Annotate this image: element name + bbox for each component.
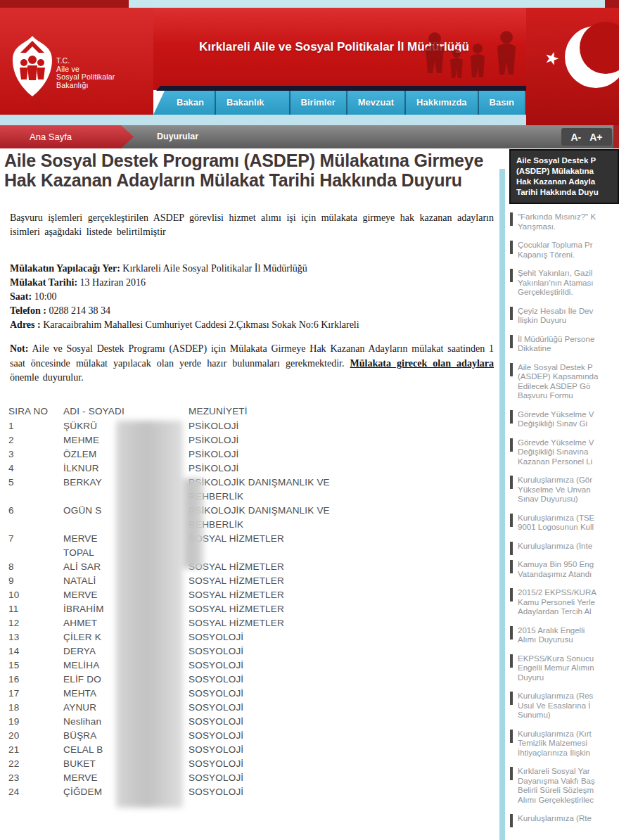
top-strip-right-accent (605, 0, 619, 8)
table-row: 16ELİF DOSOSYOLOJİ (8, 673, 501, 687)
sidebar-item[interactable]: Şehit Yakınları, Gazil Yakınları'nın Ata… (509, 265, 619, 303)
sidebar-item-current-announcement[interactable]: Aile Sosyal Destek P (ASDEP) Mülakatına … (509, 149, 619, 204)
table-row: 20BÜŞRASOSYOLOJİ (8, 729, 501, 743)
nav-item-birimler[interactable]: Birimler (291, 91, 347, 115)
detail-location: Mülakatın Yapılacağı Yer: Kırklareli Ail… (10, 262, 494, 276)
table-row: 2MEHMEPSİKOLOJİ (8, 433, 501, 447)
nav-item-basin[interactable]: Basın (479, 91, 526, 115)
pale-blue-strip (0, 115, 526, 125)
table-row: 11İBRAHİMSOSYAL HİZMETLER (8, 602, 501, 616)
sidebar-item[interactable]: Görevde Yükselme V Değişikliği Sınavına … (509, 434, 619, 472)
ministry-logo[interactable]: T.C. Aile ve Sosyal Politikalar Bakanlığ… (0, 8, 153, 115)
table-row: 9NATALİSOSYAL HİZMETLER (8, 574, 501, 588)
table-row: 5BERKAYPSİKOLOJİK DANIŞMANLIK VE REHBERL… (8, 476, 501, 504)
sidebar-item[interactable]: Kırklareli Sosyal Yar Dayanışma Vakfı Ba… (509, 763, 619, 810)
candidate-table: SIRA NO ADI - SOYADI MEZUNİYETİ 1ŞÜKRÜPS… (8, 404, 501, 799)
nav-item-bakan[interactable]: Bakan (166, 91, 216, 115)
table-row: 19NeslihanSOSYOLOJİ (8, 715, 501, 729)
sidebar-item[interactable]: Kuruluşlarımıza (Res Usul Ve Esaslarına … (509, 687, 619, 725)
article-intro: Başvuru işlemleri gerçekleştirilen ASDEP… (10, 211, 494, 239)
table-row: 6OGÜN SPSİKOLOJİK DANIŞMANLIK VE REHBERL… (8, 504, 501, 532)
font-decrease-button[interactable]: A- (570, 132, 581, 143)
star-icon: ★ (542, 46, 562, 70)
nav-item-hakkimizda[interactable]: Hakkımızda (406, 91, 479, 115)
content-sidebar-divider (499, 169, 505, 840)
table-row: 15MELİHASOSYOLOJİ (8, 658, 501, 673)
sidebar-item[interactable]: Kuruluşlarımıza (Rte (509, 810, 619, 829)
detail-date: Mülakat Tarihi: 13 Haziran 2016 (10, 276, 494, 290)
redaction-overlay (181, 478, 204, 568)
sidebar-item[interactable]: 2015/2 EKPSS/KURA Kamu Personeli Yerle A… (509, 584, 619, 622)
table-row: 22BUKETSOSYOLOJİ (8, 757, 501, 771)
table-row: 17MEHTASOSYOLOJİ (8, 687, 501, 701)
ministry-logo-icon (10, 34, 55, 98)
table-row: 8ALİ SARSOSYAL HİZMETLER (8, 560, 501, 574)
article-note: Not: Aile ve Sosyal Destek Programı (ASD… (10, 342, 494, 386)
table-row: 18AYNURSOSYOLOJİ (8, 701, 501, 715)
nav-item-mevzuat[interactable]: Mevzuat (347, 91, 406, 115)
breadcrumb-section[interactable]: Duyurular (157, 125, 198, 148)
breadcrumb-home[interactable]: Ana Sayfa (0, 125, 134, 148)
table-row: 1ŞÜKRÜPSİKOLOJİ (8, 419, 501, 433)
ministry-logo-text: T.C. Aile ve Sosyal Politikalar Bakanlığ… (56, 57, 115, 89)
table-row: 12AHMETSOSYAL HİZMETLER (8, 616, 501, 630)
nav-item-bakanlik-teskilati[interactable]: Bakanlık Teşkilatı (216, 91, 291, 115)
table-row: 7MERVE TOPALSOSYAL HİZMETLER (8, 532, 501, 560)
sidebar-item[interactable]: EKPSS/Kura Sonucu Engelli Memur Alımın D… (509, 650, 619, 688)
table-row: 24ÇİĞDEMSOSYOLOJİ (8, 785, 501, 799)
breadcrumb-right-accent (613, 125, 619, 148)
detail-phone: Telefon : 0288 214 38 34 (10, 304, 494, 318)
sidebar-item[interactable]: Kuruluşlarımıza (TSE 9001 Logosunun Kull (509, 509, 619, 537)
announcements-sidebar: Aile Sosyal Destek P (ASDEP) Mülakatına … (509, 149, 619, 840)
detail-address: Adres : Karacaibrahim Mahallesi Cumhuriy… (10, 318, 494, 332)
page: { "colors": { "brand_red": "#c81414", "n… (0, 0, 619, 840)
interview-details: Mülakatın Yapılacağı Yer: Kırklareli Ail… (10, 262, 494, 332)
table-row: 13ÇİLER KSOSYOLOJİ (8, 630, 501, 644)
nav-shadow (153, 86, 526, 91)
detail-time: Saat: 10:00 (10, 290, 494, 304)
font-size-controls: A- A+ (561, 128, 612, 146)
table-row: 23MERVESOSYOLOJİ (8, 771, 501, 785)
table-row: 21CELAL BSOSYOLOJİ (8, 743, 501, 757)
sidebar-item[interactable]: "Farkında Mısınız?" K Yarışması. (509, 208, 619, 236)
main-nav: Bakan Bakanlık Teşkilatı Birimler Mevzua… (153, 91, 526, 115)
sidebar-item[interactable]: Kuruluşlarımıza (Kırt Temizlik Malzemesi… (509, 725, 619, 763)
table-row: 10MERVESOSYAL HİZMETLER (8, 588, 501, 602)
table-row: 3ÖZLEMPSİKOLOJİ (8, 447, 501, 462)
redaction-overlay (116, 421, 183, 808)
sidebar-item[interactable]: Aile Sosyal Destek P (ASDEP) Kapsamında … (509, 359, 619, 406)
top-strip-left-accent (0, 0, 129, 8)
breadcrumb: Ana Sayfa Duyurular A- A+ (0, 125, 619, 148)
font-increase-button[interactable]: A+ (589, 132, 602, 143)
sidebar-item[interactable]: Çeyiz Hesabı İle Dev İlişkin Duyuru (509, 303, 619, 331)
table-row: 4İLKNURPSİKOLOJİ (8, 462, 501, 476)
table-header: SIRA NO ADI - SOYADI MEZUNİYETİ (8, 404, 501, 419)
table-row: 14DERYASOSYOLOJİ (8, 644, 501, 658)
sidebar-item[interactable]: Kamuya Bin 950 Eng Vatandaşımız Atandı (509, 556, 619, 584)
sidebar-item[interactable]: Kuruluşlarımıza (Gör Yükselme Ve Unvan S… (509, 471, 619, 509)
sidebar-item[interactable]: 2015 Aralık Engelli Alımı Duyurusu (509, 622, 619, 650)
sidebar-item[interactable]: Kuruluşlarımıza (İnte (509, 537, 619, 556)
page-title: Aile Sosyal Destek Programı (ASDEP) Müla… (4, 151, 498, 190)
sidebar-item[interactable]: Görevde Yükselme V Değişikliği Sınav Gi (509, 406, 619, 434)
sidebar-item[interactable]: Çocuklar Topluma Pr Kapanış Töreni. (509, 236, 619, 265)
turkish-flag-art: ★ (526, 8, 619, 125)
sidebar-item[interactable]: İl Müdürlüğü Persone Dikkatine (509, 331, 619, 359)
